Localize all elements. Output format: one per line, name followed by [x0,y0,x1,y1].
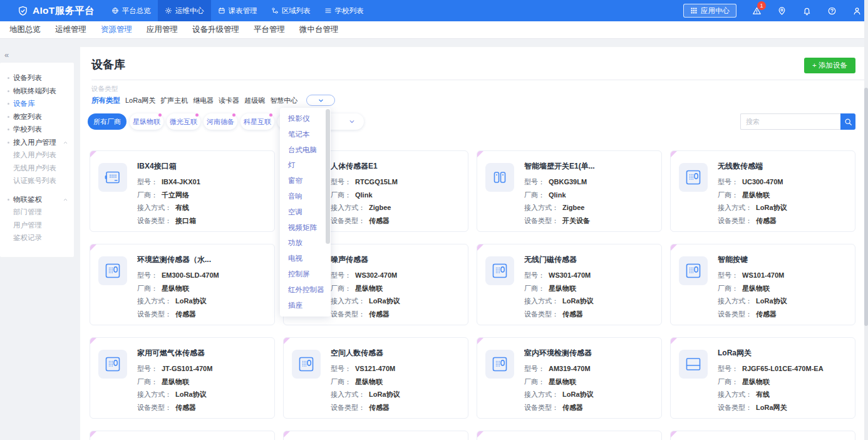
vendor-chip[interactable]: 所有厂商 [88,113,127,130]
location-icon[interactable] [777,6,787,16]
dropdown-item[interactable]: 灯 [280,157,331,173]
sidebar-item-label: 认证账号列表 [13,177,56,184]
type-expand-button[interactable] [306,95,335,106]
top-menu-item[interactable]: 课表管理 [211,0,264,21]
sidebar-item[interactable]: 物联终端列表 [0,85,74,98]
device-type-tab[interactable]: LoRa网关 [125,96,155,105]
dropdown-item[interactable]: 控制屏 [280,266,331,282]
device-type-row: 设备类型：传感器 [718,214,787,228]
sidebar-item[interactable]: 接入用户列表 [0,149,74,162]
device-type-tab[interactable]: 继电器 [193,96,214,105]
page-scrollbar[interactable] [864,0,868,440]
bell-icon[interactable] [802,6,812,16]
dropdown-item[interactable]: 音响 [280,189,331,204]
subnav-item[interactable]: 资源管理 [101,24,132,35]
device-card[interactable]: 空间人数传感器型号：VS121-470M厂商：星纵物联接入方式：LoRa协议设备… [283,337,468,419]
sidebar-collapse-button[interactable]: « [4,50,9,60]
vendor-row: 厂商：Qlink [524,189,595,202]
dropdown-item[interactable]: 红外控制器 [280,282,331,298]
access-value: LoRa协议 [175,390,207,398]
device-card[interactable]: 环境监测传感器（水...型号：EM300-SLD-470M厂商：星纵物联接入方式… [90,244,275,325]
help-icon[interactable] [827,6,837,16]
device-type-tab[interactable]: 扩声主机 [160,96,188,105]
device-type-label: 设备类型： [524,310,559,318]
search-button[interactable] [840,113,855,130]
top-menu-item[interactable]: 平台总览 [105,0,158,21]
device-card-partial[interactable] [283,431,468,440]
vendor-chip[interactable]: 河南德备 [204,113,237,130]
sidebar-item[interactable]: 接入用户管理 [0,136,74,149]
top-menu-item[interactable]: 学校列表 [318,0,371,21]
dropdown-item[interactable]: 视频矩阵 [280,220,331,236]
app-center-button[interactable]: 应用中心 [683,4,736,18]
sidebar-item[interactable]: 物联鉴权 [0,193,74,206]
vendor-label: 厂商： [137,285,158,292]
device-card[interactable]: 室内环境检测传感器型号：AM319-470M厂商：星纵物联接入方式：LoRa协议… [477,337,662,419]
subnav-item[interactable]: 设备升级管理 [192,24,239,35]
sidebar-item[interactable]: 部门管理 [0,206,74,219]
dropdown-item[interactable]: 台式电脑 [280,142,331,158]
device-card-partial[interactable] [670,431,855,440]
top-menu-label: 学校列表 [335,6,364,16]
dropdown-item[interactable]: 电视 [280,251,331,266]
device-card[interactable]: 智能墙壁开关E1(单...型号：QBKG39LM厂商：Qlink接入方式：Zig… [477,150,662,232]
device-card[interactable]: IBX4接口箱型号：IBX4-JKX01厂商：千立网络接入方式：有线设备类型：接… [90,150,275,232]
vendor-chip[interactable]: 星纵物联 [130,113,163,130]
device-type-label: 设备类型： [331,404,365,411]
dropdown-item[interactable]: 窗帘 [280,173,331,189]
device-type-tab[interactable]: 智慧中心 [270,96,297,105]
sidebar-item[interactable]: 设备库 [0,97,74,110]
user-avatar-icon[interactable] [852,6,862,16]
vendor-row: 厂商：星纵物联 [524,375,594,389]
sensor-icon [679,163,708,192]
subnav-item[interactable]: 微中台管理 [299,24,339,35]
vendor-chip[interactable]: 微光互联 [167,113,200,130]
access-value: 有线 [756,390,770,398]
sidebar-item[interactable]: 教室列表 [0,110,74,123]
top-menu-item[interactable]: 区域列表 [264,0,318,21]
sensor-icon [485,350,514,379]
device-type-tab[interactable]: 所有类型 [91,96,120,105]
device-card[interactable]: LoRa网关型号：RJGF65-L01CE-470M-EA厂商：星纵物联接入方式… [670,337,855,419]
top-menu-label: 平台总览 [122,6,151,16]
vendor-chip[interactable]: 科星互联 [240,113,274,130]
subnav-item[interactable]: 平台管理 [254,24,285,35]
alert-icon[interactable]: 1 [752,6,762,16]
device-type-label: 设备类型： [137,310,172,318]
add-device-button[interactable]: + 添加设备 [804,58,855,73]
device-card-grid: IBX4接口箱型号：IBX4-JKX01厂商：千立网络接入方式：有线设备类型：接… [90,150,855,440]
dropdown-item[interactable]: 投影仪 [280,111,331,127]
device-type-row: 设备类型：开关设备 [524,214,595,228]
sidebar-item[interactable]: 认证账号列表 [0,174,74,187]
sidebar-item-label: 物联鉴权 [13,196,42,203]
dropdown-item[interactable]: 功放 [280,235,331,251]
sidebar-item[interactable]: 学校列表 [0,123,74,136]
dropdown-item[interactable]: 插座 [280,298,331,313]
device-card-partial[interactable] [90,431,275,440]
subnav-item[interactable]: 地图总览 [9,24,41,35]
sidebar-item[interactable]: 用户管理 [0,219,74,232]
device-card[interactable]: 无线门磁传感器型号：WS301-470M厂商：星纵物联接入方式：LoRa协议设备… [477,244,662,325]
search-input[interactable] [740,113,840,130]
dropdown-scrollbar[interactable] [326,109,330,244]
device-type-value: 传感器 [562,310,583,318]
device-card[interactable]: 无线数传感端型号：UC300-470M厂商：星纵物联接入方式：LoRa协议设备类… [670,150,855,232]
device-type-tab[interactable]: 读卡器 [219,96,239,105]
vendor-chip-label: 科星互联 [244,118,271,125]
subnav-item[interactable]: 应用管理 [147,24,178,35]
device-card[interactable]: 智能按键型号：WS101-470M厂商：星纵物联接入方式：LoRa协议设备类型：… [670,244,855,325]
sidebar-item[interactable]: 鉴权记录 [0,231,74,244]
dropdown-item[interactable]: 笔记本 [280,127,331,142]
device-card[interactable]: 家用可燃气体传感器型号：JT-GS101-470M厂商：星纵物联接入方式：LoR… [90,337,275,419]
dropdown-item[interactable]: 空调 [280,204,331,220]
top-menu-item[interactable]: 运维中心 [158,0,211,21]
card-body: 环境监测传感器（水...型号：EM300-SLD-470M厂商：星纵物联接入方式… [137,254,219,325]
sidebar-item[interactable]: 设备列表 [0,71,74,85]
device-type-tab[interactable]: 超级碗 [244,96,265,105]
subnav-item[interactable]: 运维管理 [55,24,86,35]
device-card-partial[interactable] [477,431,662,440]
sidebar-item[interactable]: 无线用户列表 [0,162,74,175]
page-scrollbar-thumb[interactable] [864,88,868,326]
new-badge-dot-icon [232,113,235,117]
bullet-dot-icon [8,116,9,118]
